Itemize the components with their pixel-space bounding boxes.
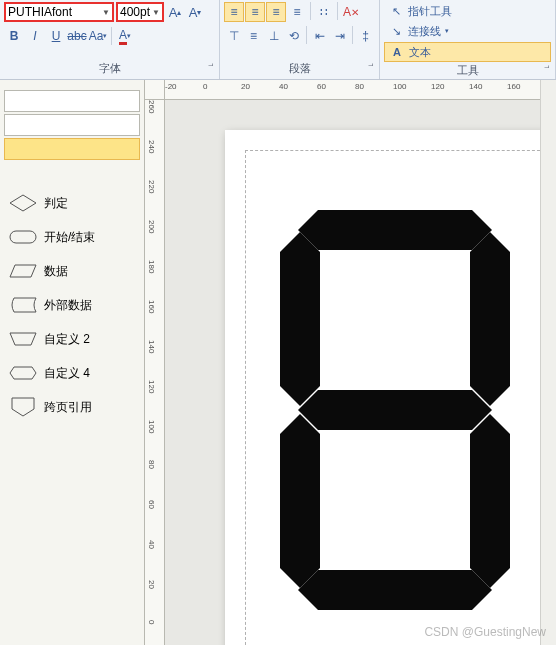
align-middle-button[interactable]: ≡ <box>244 26 263 46</box>
align-justify-button[interactable]: ≡ <box>287 2 307 22</box>
sidebar-tab[interactable] <box>4 114 140 136</box>
font-size-input[interactable] <box>120 5 150 19</box>
font-name-select[interactable]: ▼ <box>4 2 114 22</box>
strikethrough-button[interactable]: abc <box>67 26 87 46</box>
ruler-vertical[interactable]: 260240220200180160140120100806040200 <box>145 100 165 645</box>
chevron-down-icon: ▾ <box>445 27 449 35</box>
text-icon: A <box>389 44 405 60</box>
italic-button[interactable]: I <box>25 26 45 46</box>
grow-font-button[interactable]: A▴ <box>166 3 184 21</box>
offpage-icon <box>8 398 38 416</box>
line-spacing-button[interactable]: ‡ <box>356 26 375 46</box>
pointer-tool-button[interactable]: ↖ 指针工具 <box>384 2 551 20</box>
tools-group-label: 工具 <box>384 62 551 79</box>
svg-rect-1 <box>10 231 36 243</box>
watermark: CSDN @GuestingNew <box>424 625 546 639</box>
shrink-font-button[interactable]: A▾ <box>186 3 204 21</box>
sidebar-tab[interactable] <box>4 90 140 112</box>
paragraph-group-label: 段落 <box>224 60 375 77</box>
svg-marker-6 <box>298 210 492 250</box>
connector-tool-button[interactable]: ↘ 连接线 ▾ <box>384 22 551 40</box>
shape-item-external-data[interactable]: 外部数据 <box>0 288 144 322</box>
page-viewport[interactable]: ◂ <box>165 100 556 645</box>
page[interactable] <box>225 130 556 645</box>
tools-group: ↖ 指针工具 ↘ 连接线 ▾ A 文本 工具 <box>380 0 556 79</box>
font-size-select[interactable]: ▼ <box>116 2 164 22</box>
decrease-indent-button[interactable]: ⇤ <box>310 26 329 46</box>
diamond-icon <box>8 194 38 212</box>
sidebar-tab-selected[interactable] <box>4 138 140 160</box>
clear-format-button[interactable]: A✕ <box>341 2 361 22</box>
svg-marker-4 <box>10 367 36 379</box>
align-top-button[interactable]: ⊤ <box>224 26 243 46</box>
font-group: ▼ ▼ A▴ A▾ B I U abc Aa▾ A▾ 字体 <box>0 0 220 79</box>
ruler-corner <box>145 80 165 100</box>
font-color-button[interactable]: A▾ <box>115 26 135 46</box>
canvas-area: -20020406080100120140160180 260240220200… <box>145 80 556 645</box>
ruler-horizontal[interactable]: -20020406080100120140160180 <box>165 80 556 100</box>
chevron-down-icon: ▼ <box>152 8 160 17</box>
svg-marker-9 <box>298 390 492 430</box>
shape-item-custom-2[interactable]: 自定义 2 <box>0 322 144 356</box>
text-direction-button[interactable]: ⟲ <box>284 26 303 46</box>
trapezoid-icon <box>8 330 38 348</box>
shape-item-terminator[interactable]: 开始/结束 <box>0 220 144 254</box>
svg-marker-0 <box>10 195 36 211</box>
align-right-button[interactable]: ≡ <box>266 2 286 22</box>
change-case-button[interactable]: Aa▾ <box>88 26 108 46</box>
font-group-label: 字体 <box>4 60 215 77</box>
align-left-button[interactable]: ≡ <box>224 2 244 22</box>
svg-marker-11 <box>280 414 320 588</box>
paragraph-group: ≡ ≡ ≡ ≡ ∷ A✕ ⊤ ≡ ⊥ ⟲ ⇤ ⇥ ‡ 段落 <box>220 0 380 79</box>
svg-marker-3 <box>10 333 36 345</box>
svg-marker-2 <box>10 265 36 277</box>
pointer-icon: ↖ <box>388 3 404 19</box>
shape-item-decision[interactable]: 判定 <box>0 186 144 220</box>
align-center-button[interactable]: ≡ <box>245 2 265 22</box>
svg-marker-7 <box>470 232 510 406</box>
svg-marker-8 <box>280 232 320 406</box>
parallelogram-icon <box>8 262 38 280</box>
cylinder-side-icon <box>8 296 38 314</box>
underline-button[interactable]: U <box>46 26 66 46</box>
shapes-sidebar: 判定 开始/结束 数据 外部数据 自定义 2 自定义 4 跨页引用 <box>0 80 145 645</box>
svg-marker-12 <box>298 570 492 610</box>
seven-segment-glyph[interactable] <box>280 210 510 610</box>
shape-item-data[interactable]: 数据 <box>0 254 144 288</box>
svg-marker-10 <box>470 414 510 588</box>
shape-item-offpage[interactable]: 跨页引用 <box>0 390 144 424</box>
chevron-down-icon: ▼ <box>102 8 110 17</box>
hexagon-icon <box>8 364 38 382</box>
increase-indent-button[interactable]: ⇥ <box>330 26 349 46</box>
connector-icon: ↘ <box>388 23 404 39</box>
vertical-scrollbar[interactable] <box>540 80 556 645</box>
bullets-button[interactable]: ∷ <box>314 2 334 22</box>
bold-button[interactable]: B <box>4 26 24 46</box>
rounded-rect-icon <box>8 228 38 246</box>
font-name-input[interactable] <box>8 5 100 19</box>
align-bottom-button[interactable]: ⊥ <box>264 26 283 46</box>
text-tool-button[interactable]: A 文本 <box>384 42 551 62</box>
svg-marker-5 <box>12 398 34 416</box>
ribbon: ▼ ▼ A▴ A▾ B I U abc Aa▾ A▾ 字体 <box>0 0 556 80</box>
workspace: 判定 开始/结束 数据 外部数据 自定义 2 自定义 4 跨页引用 -20020… <box>0 80 556 645</box>
shape-item-custom-4[interactable]: 自定义 4 <box>0 356 144 390</box>
